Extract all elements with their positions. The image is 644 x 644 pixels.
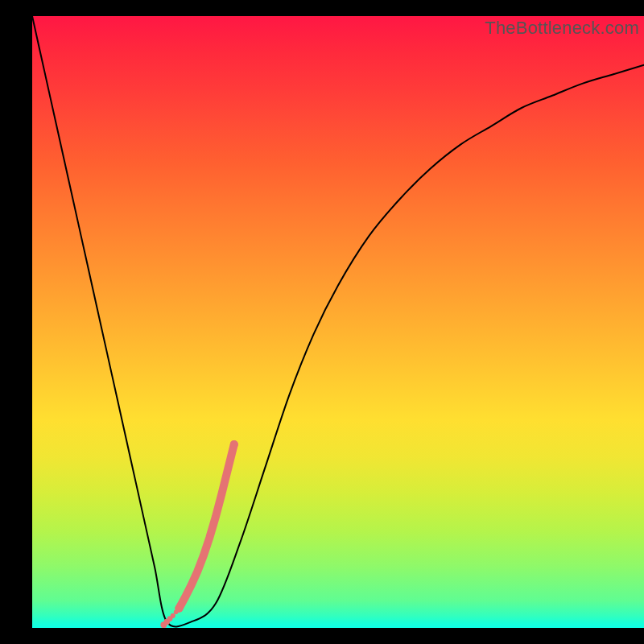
marker-dot <box>171 613 175 618</box>
chart-frame: TheBottleneck.com <box>0 0 644 644</box>
bottleneck-curve <box>32 16 644 626</box>
marker-dot <box>230 440 238 448</box>
highlight-markers <box>160 440 237 628</box>
plot-area: TheBottleneck.com <box>32 16 644 628</box>
marker-dot <box>175 605 183 613</box>
marker-streak <box>179 444 233 609</box>
chart-svg <box>32 16 644 628</box>
